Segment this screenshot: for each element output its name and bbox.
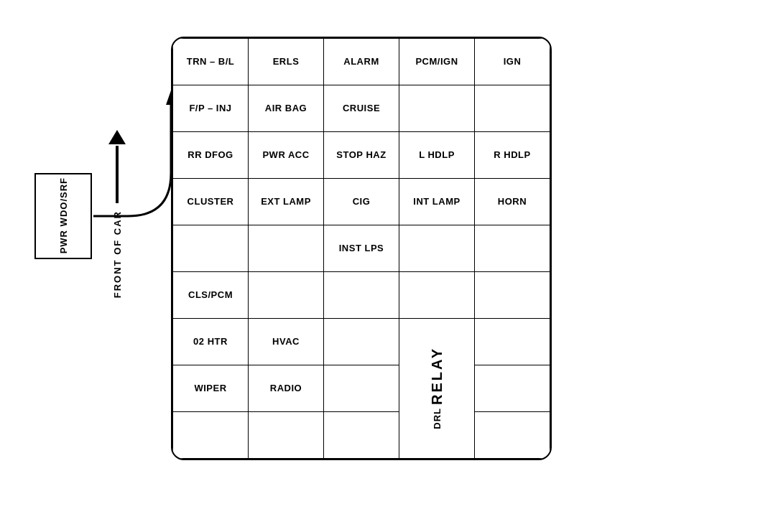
cell-r-hdlp: R HDLP [475, 131, 550, 178]
cell-empty-r9c3 [324, 411, 399, 458]
fuse-table: TRN – B/L ERLS ALARM PCM/IGN IGN F/P – I… [172, 38, 550, 459]
relay-label: RELAY [429, 347, 445, 405]
cell-empty-r5c5 [475, 225, 550, 271]
cell-empty-r6c3 [324, 271, 399, 318]
front-of-car-area: FRONT OF CAR [99, 130, 135, 317]
table-row: WIPER RADIO [173, 365, 550, 411]
diagram-container: PWR WDO/SRF FRONT OF CAR TRN – B/L ERLS … [27, 15, 746, 518]
cell-empty-r8c5 [475, 365, 550, 411]
arrow-shaft [116, 146, 119, 203]
cell-empty-r5c2 [249, 225, 324, 271]
cell-empty-r5c4 [399, 225, 475, 271]
cell-empty-r8c3 [324, 365, 399, 411]
cell-cig: CIG [324, 178, 399, 225]
table-row: 02 HTR HVAC RELAY DRL [173, 318, 550, 365]
cell-ign: IGN [475, 38, 550, 85]
pwr-wdo-srf-box: PWR WDO/SRF [34, 173, 92, 259]
cell-wiper: WIPER [173, 365, 249, 411]
pwr-wdo-srf-label: PWR WDO/SRF [58, 177, 69, 253]
cell-02-htr: 02 HTR [173, 318, 249, 365]
cell-radio: RADIO [249, 365, 324, 411]
table-row: INST LPS [173, 225, 550, 271]
relay-sub-label: DRL [432, 408, 443, 429]
cell-horn: HORN [475, 178, 550, 225]
cell-hvac: HVAC [249, 318, 324, 365]
cell-cls-pcm: CLS/PCM [173, 271, 249, 318]
cell-empty-r2c4 [399, 85, 475, 131]
cell-cruise: CRUISE [324, 85, 399, 131]
cell-cluster: CLUSTER [173, 178, 249, 225]
cell-pcm-ign: PCM/IGN [399, 38, 475, 85]
fuse-box: TRN – B/L ERLS ALARM PCM/IGN IGN F/P – I… [171, 37, 552, 460]
cell-fp-inj: F/P – INJ [173, 85, 249, 131]
cell-pwr-acc: PWR ACC [249, 131, 324, 178]
table-row: CLUSTER EXT LAMP CIG INT LAMP HORN [173, 178, 550, 225]
cell-empty-r6c4 [399, 271, 475, 318]
table-row [173, 411, 550, 458]
table-row: TRN – B/L ERLS ALARM PCM/IGN IGN [173, 38, 550, 85]
cell-empty-r9c2 [249, 411, 324, 458]
cell-empty-r5c1 [173, 225, 249, 271]
arrow-up-icon [108, 130, 126, 144]
cell-empty-r2c5 [475, 85, 550, 131]
front-of-car-label: FRONT OF CAR [112, 210, 123, 298]
cell-empty-r9c1 [173, 411, 249, 458]
cell-rr-dfog: RR DFOG [173, 131, 249, 178]
cell-alarm: ALARM [324, 38, 399, 85]
cell-relay-drl: RELAY DRL [399, 318, 475, 458]
cell-erls: ERLS [249, 38, 324, 85]
table-row: RR DFOG PWR ACC STOP HAZ L HDLP R HDLP [173, 131, 550, 178]
cell-airbag: AIR BAG [249, 85, 324, 131]
cell-empty-r7c3 [324, 318, 399, 365]
cell-empty-r7c5 [475, 318, 550, 365]
table-row: CLS/PCM [173, 271, 550, 318]
relay-text: RELAY DRL [401, 320, 473, 457]
cell-ext-lamp: EXT LAMP [249, 178, 324, 225]
cell-int-lamp: INT LAMP [399, 178, 475, 225]
cell-trn-bl: TRN – B/L [173, 38, 249, 85]
cell-empty-r9c5 [475, 411, 550, 458]
cell-empty-r6c2 [249, 271, 324, 318]
cell-empty-r6c5 [475, 271, 550, 318]
table-row: F/P – INJ AIR BAG CRUISE [173, 85, 550, 131]
cell-inst-lps: INST LPS [324, 225, 399, 271]
cell-l-hdlp: L HDLP [399, 131, 475, 178]
cell-stop-haz: STOP HAZ [324, 131, 399, 178]
